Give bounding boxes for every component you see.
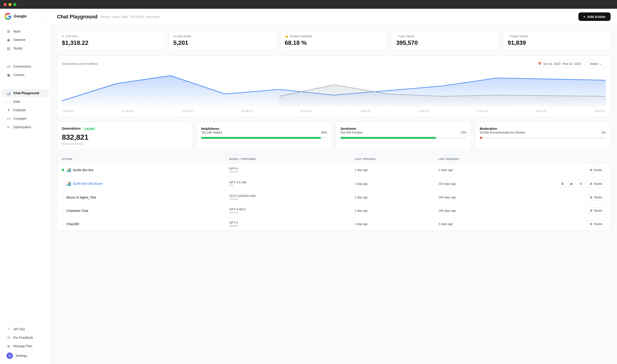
last-request-1: 2 days ago <box>438 168 522 172</box>
copy-button-2[interactable]: ⧉ <box>577 180 585 187</box>
sidebar-divider-1 <box>5 57 46 57</box>
sidebar-label-manage-plan: Manage Plan <box>13 344 32 348</box>
chart-label-6: 1 Nov 23 <box>360 110 370 112</box>
maximize-button[interactable] <box>13 3 16 6</box>
metric-card-helpfulness: Helpfulness 791,180 Helpful 95% <box>196 122 332 150</box>
sidebar-label-optimization: Optimization <box>13 125 31 129</box>
last-request-3: 184 days ago <box>438 195 522 199</box>
app-container: Google ⌄ ⊞ Apps ◉ Observe ▤ Studio ⇄ Con… <box>0 9 617 364</box>
manage-plan-icon: ⊕ <box>6 344 11 348</box>
studio-icon-2: ⊞ <box>590 182 592 185</box>
sidebar-bottom: ⌗ API Key ↺ Klu Feedback ⊕ Manage Plan U… <box>0 322 50 364</box>
stat-value-llm-cost: $1,318.22 <box>62 39 160 46</box>
studio-button-3[interactable]: ⊞ Studio <box>586 194 606 201</box>
helpfulness-detail: 791,180 Helpful <box>201 131 222 134</box>
provider-name-1: OpenAI <box>229 170 355 173</box>
main-content-area: Chat Playground Bezos, Dune, Jobs, The S… <box>51 9 617 364</box>
action-name-cell: 🏄 Surfer Bro Bot <box>62 168 229 172</box>
helpfulness-percent: 95% <box>321 131 327 134</box>
sidebar-item-manage-plan[interactable]: ⊕ Manage Plan <box>2 342 49 350</box>
data-points-icon: ⊡ <box>173 35 176 38</box>
action-name-surfer-bro-bot: 🏄 Surfer Bro Bot <box>62 168 229 172</box>
sidebar-item-studio[interactable]: ▤ Studio <box>2 44 49 52</box>
main-header: Chat Playground Bezos, Dune, Jobs, The S… <box>51 9 617 25</box>
sidebar-label-observe: Observe <box>13 38 26 42</box>
col-header-action: Action <box>62 158 229 160</box>
studio-button-4[interactable]: ⊞ Studio <box>586 207 606 214</box>
sidebar-label-connections: Connections <box>13 65 31 68</box>
sidebar-item-api-key[interactable]: ⌗ API Key <box>2 325 49 333</box>
play-button-2[interactable]: ▶ <box>568 180 575 187</box>
studio-icon-5: ⊞ <box>590 222 592 226</box>
add-action-button[interactable]: + Add Action <box>578 13 611 21</box>
action-name-cell-5: ChatJRE <box>62 222 229 226</box>
studio-button-5[interactable]: ⊞ Studio <box>586 221 606 227</box>
action-label-2[interactable]: Surfer Bro Bot Azure <box>73 182 102 185</box>
add-action-label: Add Action <box>587 15 605 19</box>
chart-label-3: 23 Oct 23 <box>182 110 193 112</box>
last-updated-2: 1 day ago <box>355 182 438 185</box>
stat-label-data-points: ⊡ Data Points <box>173 35 272 38</box>
studio-icon-1: ⊞ <box>590 168 592 172</box>
connections-icon: ⇄ <box>6 64 11 68</box>
sidebar-item-chat-playground[interactable]: 📊 Chat Playground <box>2 89 49 97</box>
row-actions-3: ⊞ Studio <box>522 194 606 201</box>
chart-select-dropdown[interactable]: Select ⌄ <box>587 60 606 67</box>
sentiment-bar <box>341 137 436 139</box>
studio-label-3: Studio <box>594 195 602 199</box>
sidebar-item-apps[interactable]: ⊞ Apps <box>2 27 49 35</box>
metric-title-moderation: Moderation <box>480 127 497 130</box>
studio-button-1[interactable]: ⊞ Studio <box>586 167 606 173</box>
studio-label-1: Studio <box>594 168 602 172</box>
evaluate-icon: ✦ <box>6 108 11 112</box>
minimize-button[interactable] <box>9 3 12 6</box>
sidebar-item-compare[interactable]: ⊶ Compare <box>2 115 49 123</box>
model-name-1: GPT-4 <box>229 167 355 170</box>
stat-card-llm-cost: ⊙ LLM Cost $1,318.22 <box>57 30 165 51</box>
metric-row-moderation: 16,656 Recommended for Review 2% <box>480 131 606 134</box>
sidebar-item-optimization[interactable]: ∞ Optimization <box>2 123 49 131</box>
stat-value-output-tokens: 91,839 <box>508 39 606 46</box>
close-button[interactable] <box>4 3 7 6</box>
studio-button-2[interactable]: ⊞ Studio <box>586 180 606 187</box>
col-header-last-updated: Last Updated <box>355 158 438 160</box>
metric-card-sentiment: Sentiment 632,944 Positive 76% <box>336 122 471 150</box>
sidebar-label-evaluate: Evaluate <box>13 108 26 112</box>
action-label-5: ChatJRE <box>66 222 79 226</box>
actions-table: Action Model / Provider Last Updated Las… <box>57 155 611 231</box>
moderation-bar-container <box>480 137 606 139</box>
sidebar-label-api-key: API Key <box>13 327 25 331</box>
row-actions-5: ⊞ Studio <box>522 221 606 227</box>
chart-title: Generations and Feedback <box>62 62 98 65</box>
last-updated-3: 1 day ago <box>355 195 438 199</box>
delete-button-2[interactable]: 🗑 <box>559 180 566 187</box>
select-label: Select <box>590 62 598 65</box>
stat-value-positive-feedback: 68.18 % <box>285 39 383 46</box>
sidebar-item-data[interactable]: ⋮⋮ Data <box>2 97 49 106</box>
inactive-indicator <box>62 182 64 185</box>
chart-label-9: 8 Nov 23 <box>536 110 546 112</box>
sidebar-item-klu-feedback[interactable]: ↺ Klu Feedback <box>2 333 49 342</box>
sidebar-item-settings[interactable]: U Settings <box>2 351 49 361</box>
sidebar-item-context[interactable]: ▣ Context <box>2 71 49 79</box>
sidebar-label-apps: Apps <box>13 29 21 33</box>
titlebar <box>0 0 617 9</box>
sidebar-logo[interactable]: Google ⌄ <box>0 9 50 24</box>
sidebar: Google ⌄ ⊞ Apps ◉ Observe ▤ Studio ⇄ Con… <box>0 9 51 364</box>
active-indicator <box>62 169 64 171</box>
chart-label-5: 30 Oct 23 <box>301 110 312 112</box>
sidebar-item-observe[interactable]: ◉ Observe <box>2 36 49 44</box>
table-header: Action Model / Provider Last Updated Las… <box>57 155 610 163</box>
stat-label-positive-feedback: 👍 Positive Feedback <box>285 35 383 38</box>
sidebar-item-evaluate[interactable]: ✦ Evaluate <box>2 106 49 114</box>
helpfulness-bar-container <box>201 137 327 139</box>
input-tokens-icon: ↑ <box>396 35 397 38</box>
studio-icon: ▤ <box>6 46 11 50</box>
sentiment-bar-container <box>341 137 466 139</box>
sidebar-item-connections[interactable]: ⇄ Connections <box>2 62 49 71</box>
stat-label-llm-cost: ⊙ LLM Cost <box>62 35 160 38</box>
date-range-text: Oct 12, 2023 - Nov 12, 2023 <box>543 62 581 65</box>
date-range-picker[interactable]: 📅 Oct 12, 2023 - Nov 12, 2023 <box>535 60 584 67</box>
chart-label-8: 5 Nov 23 <box>477 110 487 112</box>
optimization-icon: ∞ <box>6 125 11 129</box>
